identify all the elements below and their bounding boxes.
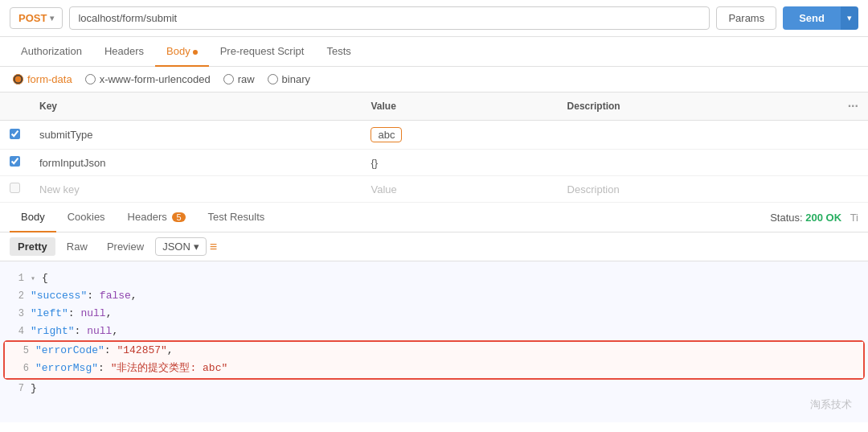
watermark: 淘系技术 [810, 397, 852, 414]
body-dot [193, 50, 198, 55]
table-row: submitType abc [0, 121, 868, 150]
method-label: POST [18, 12, 47, 24]
res-tab-headers[interactable]: Headers 5 [117, 203, 197, 232]
row2-checkbox[interactable] [10, 156, 20, 167]
json-line: 6 "errorMsg": "非法的提交类型: abc" [5, 360, 863, 377]
new-row-description[interactable]: Description [558, 176, 838, 203]
headers-badge: 5 [172, 212, 185, 222]
res-tab-body[interactable]: Body [10, 203, 56, 232]
params-table: Key Value Description ··· submitType abc… [0, 93, 868, 203]
status-label: Status: [770, 212, 802, 224]
format-preview-button[interactable]: Preview [99, 237, 152, 256]
col-header-value: Value [361, 93, 557, 121]
response-tabs-bar: Body Cookies Headers 5 Test Results Stat… [0, 203, 868, 232]
method-select[interactable]: POST ▾ [10, 7, 63, 29]
send-button[interactable]: Send [783, 6, 841, 30]
res-tab-test-results[interactable]: Test Results [197, 203, 276, 232]
format-raw-button[interactable]: Raw [59, 237, 96, 256]
method-chevron-icon: ▾ [50, 14, 54, 23]
col-header-description: Description [558, 93, 838, 121]
format-bar: Pretty Raw Preview JSON ▾ ≡ [0, 232, 868, 261]
wrap-icon[interactable]: ≡ [210, 240, 217, 254]
body-type-selector: form-data x-www-form-urlencoded raw bina… [0, 67, 868, 93]
new-row-value[interactable]: Value [361, 176, 557, 203]
new-row-checkbox[interactable] [10, 183, 20, 193]
body-type-binary[interactable]: binary [268, 73, 310, 85]
tab-tests[interactable]: Tests [315, 37, 362, 67]
json-view: 1▾ {2 "success": false,3 "left": null,4 … [0, 261, 868, 422]
new-row-key[interactable]: New key [30, 176, 361, 203]
more-icon[interactable]: ··· [848, 99, 858, 113]
format-type-select[interactable]: JSON ▾ [155, 237, 207, 256]
json-line: 2 "success": false, [0, 287, 868, 305]
table-row: formInputJson {} [0, 150, 868, 176]
json-line: 3 "left": null, [0, 305, 868, 323]
tab-body[interactable]: Body [155, 37, 209, 67]
body-type-form-data[interactable]: form-data [13, 73, 72, 85]
json-line: 5 "errorCode": "142857", [5, 342, 863, 360]
row2-value[interactable]: {} [361, 150, 557, 176]
body-type-raw[interactable]: raw [223, 73, 255, 85]
row1-value[interactable]: abc [361, 121, 557, 150]
tab-pre-request-script[interactable]: Pre-request Script [209, 37, 316, 67]
format-select-chevron-icon: ▾ [194, 241, 199, 253]
table-row-new: New key Value Description [0, 176, 868, 203]
status-truncated: Ti [850, 212, 858, 224]
url-input[interactable] [69, 6, 710, 30]
row1-checkbox[interactable] [10, 129, 20, 139]
send-button-group: Send ▾ [783, 6, 858, 30]
format-pretty-button[interactable]: Pretty [10, 237, 55, 256]
status-area: Status: 200 OK Ti [770, 212, 858, 224]
json-line: 7} [0, 380, 868, 397]
row2-key[interactable]: formInputJson [30, 150, 361, 176]
send-dropdown-button[interactable]: ▾ [841, 6, 858, 30]
json-line: 1▾ { [0, 269, 868, 287]
row1-description[interactable] [558, 121, 838, 150]
res-tab-cookies[interactable]: Cookies [56, 203, 117, 232]
params-button[interactable]: Params [716, 6, 776, 30]
request-tabs: Authorization Headers Body Pre-request S… [0, 37, 868, 67]
error-highlight-box: 5 "errorCode": "142857",6 "errorMsg": "非… [3, 340, 865, 379]
tab-authorization[interactable]: Authorization [10, 37, 93, 67]
tab-headers[interactable]: Headers [93, 37, 155, 67]
value-badge-abc: abc [371, 127, 402, 142]
body-type-urlencoded[interactable]: x-www-form-urlencoded [85, 73, 211, 85]
json-line: 4 "right": null, [0, 323, 868, 340]
top-bar: POST ▾ Params Send ▾ [0, 0, 868, 37]
col-header-key: Key [30, 93, 361, 121]
row2-description[interactable] [558, 150, 838, 176]
row1-key[interactable]: submitType [30, 121, 361, 150]
status-value: 200 OK [805, 212, 841, 224]
